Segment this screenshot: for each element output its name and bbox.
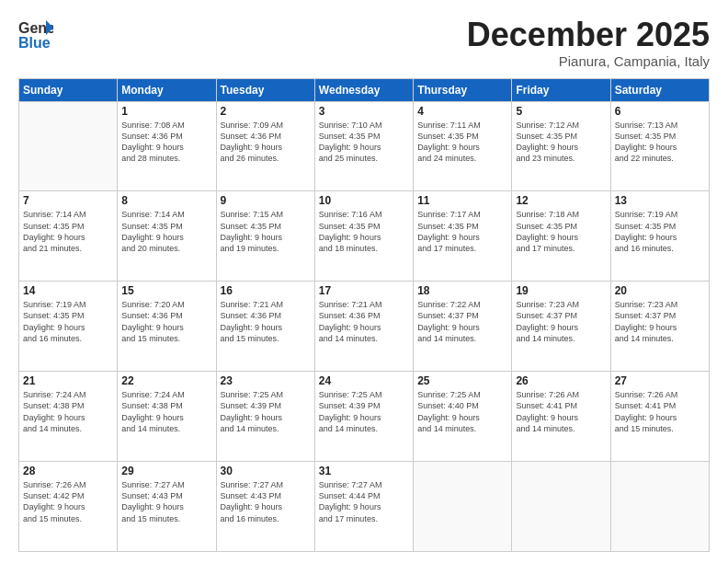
calendar-cell: 31Sunrise: 7:27 AM Sunset: 4:44 PM Dayli… <box>314 462 413 552</box>
weekday-header-saturday: Saturday <box>610 78 709 101</box>
day-info: Sunrise: 7:26 AM Sunset: 4:41 PM Dayligh… <box>615 389 705 434</box>
calendar-page: General Blue December 2025 Pianura, Camp… <box>0 0 728 563</box>
calendar-cell: 29Sunrise: 7:27 AM Sunset: 4:43 PM Dayli… <box>118 462 216 552</box>
calendar-cell: 28Sunrise: 7:26 AM Sunset: 4:42 PM Dayli… <box>19 462 118 552</box>
day-info: Sunrise: 7:16 AM Sunset: 4:35 PM Dayligh… <box>319 209 409 254</box>
calendar-cell: 16Sunrise: 7:21 AM Sunset: 4:36 PM Dayli… <box>216 282 314 372</box>
day-number: 17 <box>319 284 409 297</box>
week-row-4: 28Sunrise: 7:26 AM Sunset: 4:42 PM Dayli… <box>19 462 710 552</box>
weekday-header-friday: Friday <box>512 78 610 101</box>
logo: General Blue <box>18 17 53 52</box>
svg-text:Blue: Blue <box>18 35 51 51</box>
day-info: Sunrise: 7:12 AM Sunset: 4:35 PM Dayligh… <box>516 120 606 165</box>
day-number: 30 <box>221 465 311 477</box>
day-number: 4 <box>417 105 507 118</box>
day-info: Sunrise: 7:19 AM Sunset: 4:35 PM Dayligh… <box>615 209 705 254</box>
day-info: Sunrise: 7:27 AM Sunset: 4:43 PM Dayligh… <box>221 479 311 524</box>
calendar-body: 1Sunrise: 7:08 AM Sunset: 4:36 PM Daylig… <box>19 101 710 551</box>
calendar-cell: 4Sunrise: 7:11 AM Sunset: 4:35 PM Daylig… <box>414 101 512 191</box>
week-row-3: 21Sunrise: 7:24 AM Sunset: 4:38 PM Dayli… <box>19 372 710 462</box>
calendar-cell: 3Sunrise: 7:10 AM Sunset: 4:35 PM Daylig… <box>314 101 413 191</box>
week-row-1: 7Sunrise: 7:14 AM Sunset: 4:35 PM Daylig… <box>19 191 710 282</box>
calendar-cell: 15Sunrise: 7:20 AM Sunset: 4:36 PM Dayli… <box>118 282 216 372</box>
calendar-cell: 13Sunrise: 7:19 AM Sunset: 4:35 PM Dayli… <box>610 191 709 282</box>
day-info: Sunrise: 7:24 AM Sunset: 4:38 PM Dayligh… <box>23 389 113 434</box>
calendar-cell: 12Sunrise: 7:18 AM Sunset: 4:35 PM Dayli… <box>512 191 610 282</box>
day-number: 18 <box>417 284 507 297</box>
logo-icon: General Blue <box>18 17 53 52</box>
day-number: 26 <box>516 374 606 387</box>
day-info: Sunrise: 7:09 AM Sunset: 4:36 PM Dayligh… <box>221 120 311 165</box>
day-info: Sunrise: 7:27 AM Sunset: 4:44 PM Dayligh… <box>319 479 409 524</box>
day-number: 31 <box>319 465 409 477</box>
calendar-cell: 30Sunrise: 7:27 AM Sunset: 4:43 PM Dayli… <box>216 462 314 552</box>
weekday-header-wednesday: Wednesday <box>314 78 413 101</box>
day-number: 9 <box>221 194 311 207</box>
day-number: 20 <box>615 284 705 297</box>
calendar-cell <box>414 462 512 552</box>
day-info: Sunrise: 7:14 AM Sunset: 4:35 PM Dayligh… <box>23 209 113 254</box>
calendar-cell: 6Sunrise: 7:13 AM Sunset: 4:35 PM Daylig… <box>610 101 709 191</box>
day-number: 8 <box>121 194 211 207</box>
day-number: 15 <box>121 284 211 297</box>
week-row-2: 14Sunrise: 7:19 AM Sunset: 4:35 PM Dayli… <box>19 282 710 372</box>
calendar-cell: 25Sunrise: 7:25 AM Sunset: 4:40 PM Dayli… <box>414 372 512 462</box>
calendar-cell: 23Sunrise: 7:25 AM Sunset: 4:39 PM Dayli… <box>216 372 314 462</box>
day-number: 24 <box>319 374 409 387</box>
weekday-header-tuesday: Tuesday <box>216 78 314 101</box>
day-info: Sunrise: 7:25 AM Sunset: 4:39 PM Dayligh… <box>221 389 311 434</box>
calendar-cell <box>512 462 610 552</box>
day-number: 14 <box>23 284 113 297</box>
calendar-cell: 17Sunrise: 7:21 AM Sunset: 4:36 PM Dayli… <box>314 282 413 372</box>
day-number: 16 <box>221 284 311 297</box>
day-number: 25 <box>417 374 507 387</box>
calendar-cell: 20Sunrise: 7:23 AM Sunset: 4:37 PM Dayli… <box>610 282 709 372</box>
day-info: Sunrise: 7:15 AM Sunset: 4:35 PM Dayligh… <box>221 209 311 254</box>
day-number: 23 <box>221 374 311 387</box>
calendar-cell: 14Sunrise: 7:19 AM Sunset: 4:35 PM Dayli… <box>19 282 118 372</box>
day-number: 7 <box>23 194 113 207</box>
day-number: 19 <box>516 284 606 297</box>
day-info: Sunrise: 7:25 AM Sunset: 4:39 PM Dayligh… <box>319 389 409 434</box>
day-number: 27 <box>615 374 705 387</box>
day-info: Sunrise: 7:17 AM Sunset: 4:35 PM Dayligh… <box>417 209 507 254</box>
location-title: Pianura, Campania, Italy <box>467 53 710 69</box>
day-info: Sunrise: 7:14 AM Sunset: 4:35 PM Dayligh… <box>121 209 211 254</box>
calendar-cell: 19Sunrise: 7:23 AM Sunset: 4:37 PM Dayli… <box>512 282 610 372</box>
calendar-cell: 7Sunrise: 7:14 AM Sunset: 4:35 PM Daylig… <box>19 191 118 282</box>
day-number: 5 <box>516 105 606 118</box>
day-info: Sunrise: 7:26 AM Sunset: 4:41 PM Dayligh… <box>516 389 606 434</box>
calendar-cell: 18Sunrise: 7:22 AM Sunset: 4:37 PM Dayli… <box>414 282 512 372</box>
day-info: Sunrise: 7:27 AM Sunset: 4:43 PM Dayligh… <box>121 479 211 524</box>
week-row-0: 1Sunrise: 7:08 AM Sunset: 4:36 PM Daylig… <box>19 101 710 191</box>
weekday-header-sunday: Sunday <box>19 78 118 101</box>
day-info: Sunrise: 7:19 AM Sunset: 4:35 PM Dayligh… <box>23 299 113 344</box>
day-info: Sunrise: 7:23 AM Sunset: 4:37 PM Dayligh… <box>615 299 705 344</box>
day-info: Sunrise: 7:24 AM Sunset: 4:38 PM Dayligh… <box>121 389 211 434</box>
day-info: Sunrise: 7:18 AM Sunset: 4:35 PM Dayligh… <box>516 209 606 254</box>
day-number: 29 <box>121 465 211 477</box>
calendar-cell: 2Sunrise: 7:09 AM Sunset: 4:36 PM Daylig… <box>216 101 314 191</box>
calendar-cell: 9Sunrise: 7:15 AM Sunset: 4:35 PM Daylig… <box>216 191 314 282</box>
weekday-header-thursday: Thursday <box>414 78 512 101</box>
day-number: 11 <box>417 194 507 207</box>
day-info: Sunrise: 7:20 AM Sunset: 4:36 PM Dayligh… <box>121 299 211 344</box>
calendar-cell: 24Sunrise: 7:25 AM Sunset: 4:39 PM Dayli… <box>314 372 413 462</box>
calendar-cell: 1Sunrise: 7:08 AM Sunset: 4:36 PM Daylig… <box>118 101 216 191</box>
day-info: Sunrise: 7:10 AM Sunset: 4:35 PM Dayligh… <box>319 120 409 165</box>
day-number: 6 <box>615 105 705 118</box>
day-number: 28 <box>23 465 113 477</box>
day-info: Sunrise: 7:13 AM Sunset: 4:35 PM Dayligh… <box>615 120 705 165</box>
calendar-cell: 26Sunrise: 7:26 AM Sunset: 4:41 PM Dayli… <box>512 372 610 462</box>
weekday-header-row: SundayMondayTuesdayWednesdayThursdayFrid… <box>19 78 710 101</box>
day-number: 10 <box>319 194 409 207</box>
calendar-cell: 8Sunrise: 7:14 AM Sunset: 4:35 PM Daylig… <box>118 191 216 282</box>
calendar-cell: 22Sunrise: 7:24 AM Sunset: 4:38 PM Dayli… <box>118 372 216 462</box>
calendar-cell: 5Sunrise: 7:12 AM Sunset: 4:35 PM Daylig… <box>512 101 610 191</box>
calendar-cell: 27Sunrise: 7:26 AM Sunset: 4:41 PM Dayli… <box>610 372 709 462</box>
day-info: Sunrise: 7:11 AM Sunset: 4:35 PM Dayligh… <box>417 120 507 165</box>
day-info: Sunrise: 7:25 AM Sunset: 4:40 PM Dayligh… <box>417 389 507 434</box>
day-info: Sunrise: 7:23 AM Sunset: 4:37 PM Dayligh… <box>516 299 606 344</box>
day-info: Sunrise: 7:08 AM Sunset: 4:36 PM Dayligh… <box>121 120 211 165</box>
title-area: December 2025 Pianura, Campania, Italy <box>467 17 710 69</box>
